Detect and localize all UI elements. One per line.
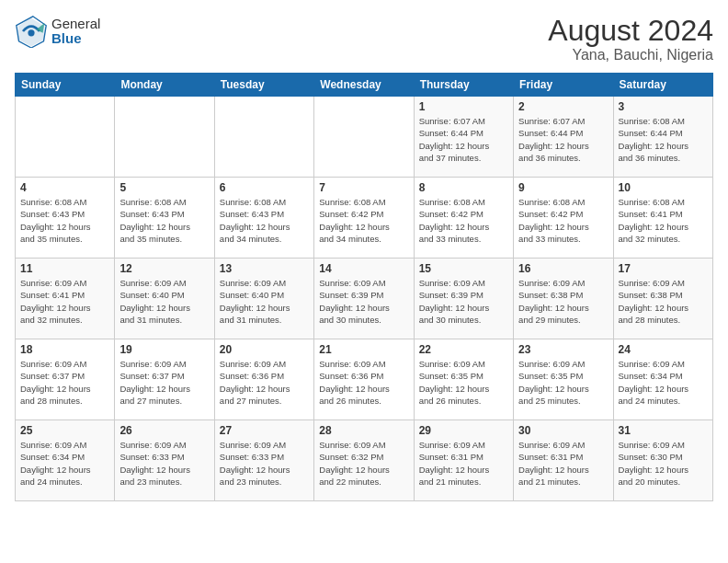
calendar-cell: 4Sunrise: 6:08 AM Sunset: 6:43 PM Daylig…	[16, 178, 115, 259]
day-info: Sunrise: 6:09 AM Sunset: 6:33 PM Dayligh…	[220, 439, 309, 488]
calendar-cell: 6Sunrise: 6:08 AM Sunset: 6:43 PM Daylig…	[214, 178, 313, 259]
day-info: Sunrise: 6:08 AM Sunset: 6:43 PM Dayligh…	[119, 196, 209, 245]
calendar-cell: 19Sunrise: 6:09 AM Sunset: 6:37 PM Dayli…	[115, 339, 214, 420]
logo-text-general: General	[51, 17, 100, 32]
day-number: 15	[419, 262, 508, 275]
col-tuesday: Tuesday	[214, 74, 313, 97]
calendar-cell: 16Sunrise: 6:09 AM Sunset: 6:38 PM Dayli…	[514, 259, 613, 339]
calendar-cell: 21Sunrise: 6:09 AM Sunset: 6:36 PM Dayli…	[314, 339, 414, 420]
day-info: Sunrise: 6:09 AM Sunset: 6:33 PM Dayligh…	[119, 439, 209, 488]
calendar-week-4: 18Sunrise: 6:09 AM Sunset: 6:37 PM Dayli…	[16, 339, 713, 420]
col-wednesday: Wednesday	[314, 74, 414, 97]
day-number: 17	[619, 262, 708, 275]
calendar-cell: 12Sunrise: 6:09 AM Sunset: 6:40 PM Dayli…	[115, 259, 214, 339]
calendar-cell: 17Sunrise: 6:09 AM Sunset: 6:38 PM Dayli…	[613, 259, 712, 339]
col-monday: Monday	[115, 74, 214, 97]
day-number: 1	[419, 100, 508, 113]
calendar-cell: 28Sunrise: 6:09 AM Sunset: 6:32 PM Dayli…	[314, 420, 414, 501]
calendar-cell	[214, 97, 313, 178]
day-info: Sunrise: 6:09 AM Sunset: 6:40 PM Dayligh…	[220, 277, 309, 326]
day-info: Sunrise: 6:09 AM Sunset: 6:37 PM Dayligh…	[119, 358, 209, 407]
day-number: 6	[220, 181, 309, 194]
day-info: Sunrise: 6:09 AM Sunset: 6:39 PM Dayligh…	[419, 277, 508, 326]
day-number: 4	[20, 181, 109, 194]
day-info: Sunrise: 6:09 AM Sunset: 6:32 PM Dayligh…	[319, 439, 408, 488]
calendar-cell: 23Sunrise: 6:09 AM Sunset: 6:35 PM Dayli…	[514, 339, 613, 420]
calendar-cell: 25Sunrise: 6:09 AM Sunset: 6:34 PM Dayli…	[16, 420, 115, 501]
day-number: 19	[119, 343, 209, 356]
day-number: 25	[20, 424, 109, 437]
day-info: Sunrise: 6:07 AM Sunset: 6:44 PM Dayligh…	[419, 115, 508, 164]
calendar-cell: 3Sunrise: 6:08 AM Sunset: 6:44 PM Daylig…	[613, 97, 712, 178]
day-number: 18	[20, 343, 109, 356]
calendar-cell: 29Sunrise: 6:09 AM Sunset: 6:31 PM Dayli…	[414, 420, 513, 501]
calendar-cell: 11Sunrise: 6:09 AM Sunset: 6:41 PM Dayli…	[16, 259, 115, 339]
logo-icon	[15, 15, 48, 48]
calendar-cell: 31Sunrise: 6:09 AM Sunset: 6:30 PM Dayli…	[613, 420, 712, 501]
day-number: 13	[220, 262, 309, 275]
svg-point-2	[28, 29, 34, 36]
main-title: August 2024	[548, 15, 713, 47]
day-number: 22	[419, 343, 508, 356]
calendar-cell: 10Sunrise: 6:08 AM Sunset: 6:41 PM Dayli…	[613, 178, 712, 259]
calendar-cell: 22Sunrise: 6:09 AM Sunset: 6:35 PM Dayli…	[414, 339, 513, 420]
day-number: 2	[518, 100, 608, 113]
calendar-cell	[115, 97, 214, 178]
col-sunday: Sunday	[16, 74, 115, 97]
day-number: 30	[518, 424, 608, 437]
day-info: Sunrise: 6:08 AM Sunset: 6:43 PM Dayligh…	[220, 196, 309, 245]
calendar-cell: 9Sunrise: 6:08 AM Sunset: 6:42 PM Daylig…	[514, 178, 613, 259]
day-info: Sunrise: 6:09 AM Sunset: 6:30 PM Dayligh…	[619, 439, 708, 488]
page-container: General Blue August 2024 Yana, Bauchi, N…	[0, 0, 728, 563]
day-info: Sunrise: 6:09 AM Sunset: 6:38 PM Dayligh…	[619, 277, 708, 326]
day-number: 9	[518, 181, 608, 194]
day-number: 29	[419, 424, 508, 437]
calendar-cell: 18Sunrise: 6:09 AM Sunset: 6:37 PM Dayli…	[16, 339, 115, 420]
calendar-cell	[314, 97, 414, 178]
day-info: Sunrise: 6:09 AM Sunset: 6:31 PM Dayligh…	[518, 439, 608, 488]
header: General Blue August 2024 Yana, Bauchi, N…	[15, 15, 713, 63]
calendar-week-2: 4Sunrise: 6:08 AM Sunset: 6:43 PM Daylig…	[16, 178, 713, 259]
day-number: 8	[419, 181, 508, 194]
calendar-table: Sunday Monday Tuesday Wednesday Thursday…	[15, 73, 713, 501]
calendar-cell: 30Sunrise: 6:09 AM Sunset: 6:31 PM Dayli…	[514, 420, 613, 501]
day-number: 12	[119, 262, 209, 275]
day-info: Sunrise: 6:09 AM Sunset: 6:38 PM Dayligh…	[518, 277, 608, 326]
subtitle: Yana, Bauchi, Nigeria	[548, 47, 713, 63]
day-number: 21	[319, 343, 408, 356]
logo-text-blue: Blue	[51, 31, 100, 47]
day-info: Sunrise: 6:07 AM Sunset: 6:44 PM Dayligh…	[518, 115, 608, 164]
day-number: 3	[619, 100, 708, 113]
day-info: Sunrise: 6:09 AM Sunset: 6:40 PM Dayligh…	[119, 277, 209, 326]
day-info: Sunrise: 6:08 AM Sunset: 6:42 PM Dayligh…	[319, 196, 408, 245]
day-number: 23	[518, 343, 608, 356]
calendar-cell: 15Sunrise: 6:09 AM Sunset: 6:39 PM Dayli…	[414, 259, 513, 339]
day-number: 24	[619, 343, 708, 356]
calendar-cell: 1Sunrise: 6:07 AM Sunset: 6:44 PM Daylig…	[414, 97, 513, 178]
calendar-cell: 2Sunrise: 6:07 AM Sunset: 6:44 PM Daylig…	[514, 97, 613, 178]
calendar-body: 1Sunrise: 6:07 AM Sunset: 6:44 PM Daylig…	[16, 97, 713, 501]
calendar-cell: 5Sunrise: 6:08 AM Sunset: 6:43 PM Daylig…	[115, 178, 214, 259]
day-info: Sunrise: 6:09 AM Sunset: 6:39 PM Dayligh…	[319, 277, 408, 326]
day-number: 5	[119, 181, 209, 194]
day-number: 11	[20, 262, 109, 275]
calendar-cell: 20Sunrise: 6:09 AM Sunset: 6:36 PM Dayli…	[214, 339, 313, 420]
day-info: Sunrise: 6:09 AM Sunset: 6:31 PM Dayligh…	[419, 439, 508, 488]
calendar-cell: 24Sunrise: 6:09 AM Sunset: 6:34 PM Dayli…	[613, 339, 712, 420]
calendar-cell: 7Sunrise: 6:08 AM Sunset: 6:42 PM Daylig…	[314, 178, 414, 259]
day-info: Sunrise: 6:09 AM Sunset: 6:34 PM Dayligh…	[619, 358, 708, 407]
day-number: 16	[518, 262, 608, 275]
calendar-week-5: 25Sunrise: 6:09 AM Sunset: 6:34 PM Dayli…	[16, 420, 713, 501]
title-block: August 2024 Yana, Bauchi, Nigeria	[548, 15, 713, 63]
calendar-cell	[16, 97, 115, 178]
day-info: Sunrise: 6:09 AM Sunset: 6:34 PM Dayligh…	[20, 439, 109, 488]
calendar-cell: 26Sunrise: 6:09 AM Sunset: 6:33 PM Dayli…	[115, 420, 214, 501]
calendar-header-row: Sunday Monday Tuesday Wednesday Thursday…	[16, 74, 713, 97]
day-info: Sunrise: 6:09 AM Sunset: 6:36 PM Dayligh…	[220, 358, 309, 407]
day-number: 27	[220, 424, 309, 437]
day-info: Sunrise: 6:09 AM Sunset: 6:37 PM Dayligh…	[20, 358, 109, 407]
day-info: Sunrise: 6:09 AM Sunset: 6:41 PM Dayligh…	[20, 277, 109, 326]
calendar-week-1: 1Sunrise: 6:07 AM Sunset: 6:44 PM Daylig…	[16, 97, 713, 178]
col-friday: Friday	[514, 74, 613, 97]
day-number: 26	[119, 424, 209, 437]
